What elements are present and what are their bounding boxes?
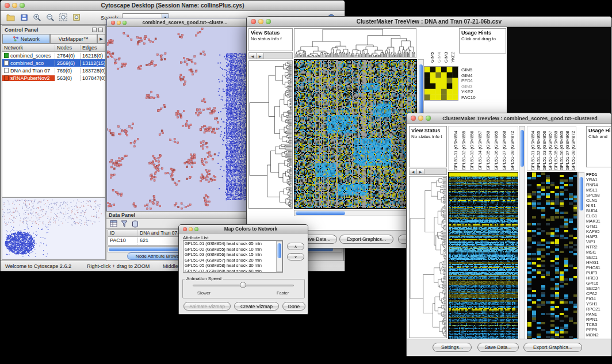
scroll-left-icon[interactable]: ◀: [249, 53, 257, 59]
control-panel-tabs: Network VizMapper™ ▶: [2, 34, 105, 44]
status-welcome: Welcome to Cytoscape 2.6.2: [5, 263, 71, 269]
network-view-titlebar[interactable]: combined_scores_good.txt--cluste...: [107, 18, 248, 27]
attribute-item[interactable]: GPL51-04 (GSM857) heat shock 20 min: [183, 258, 276, 263]
move-up-button[interactable]: ∧: [287, 243, 304, 250]
tab-network[interactable]: Network: [2, 34, 50, 43]
close-button[interactable]: [111, 21, 115, 25]
col-header-network[interactable]: Network: [2, 45, 55, 51]
main-titlebar[interactable]: Cytoscape Desktop (Session Name: collins…: [1, 1, 345, 11]
save-session-button[interactable]: [18, 12, 29, 23]
zoom-selected-button[interactable]: [71, 12, 82, 23]
scroll-right-icon[interactable]: ▶: [257, 53, 264, 59]
scrollbar-track[interactable]: [264, 53, 292, 59]
settings-button[interactable]: Settings...: [433, 343, 472, 352]
row-dendrogram-canvas[interactable]: [249, 61, 292, 208]
scrollbar-track[interactable]: [424, 169, 446, 174]
network-row[interactable]: sRNAPuberNov2563(0)107847(0): [2, 74, 105, 82]
zoom-fit-button[interactable]: [58, 12, 69, 23]
heatmap-hscrollbar[interactable]: [294, 210, 417, 216]
network-row[interactable]: combined_scores2764(0)16218(0): [2, 52, 105, 59]
gene-label: GIM5: [461, 67, 494, 73]
scrollbar-thumb[interactable]: [419, 64, 423, 119]
column-dendrogram-canvas[interactable]: [294, 29, 416, 58]
treeview-combined-titlebar[interactable]: ClusterMaker TreeView : combined_scores_…: [407, 113, 611, 124]
correlation-matrix-canvas[interactable]: [424, 67, 458, 100]
gene-label: PFD1: [586, 172, 611, 177]
column-label: GPL51-07 (GSM868: [565, 131, 570, 170]
close-panel-icon[interactable]: [98, 28, 103, 32]
scroll-right-icon[interactable]: ▶: [417, 169, 424, 174]
gene-label: RPO21: [586, 306, 611, 312]
col-header-nodes[interactable]: Nodes: [55, 45, 81, 51]
attribute-item[interactable]: GPL51-03 (GSM856) heat shock 15 min: [183, 252, 276, 258]
minimize-button[interactable]: [258, 19, 263, 24]
scroll-left-icon[interactable]: ◀: [410, 169, 417, 174]
close-button[interactable]: [5, 3, 10, 8]
network-name: combined_sco: [10, 60, 44, 66]
import-attributes-button[interactable]: [131, 220, 140, 228]
attribute-item[interactable]: GPL51-07 (GSM868) heat shock 60 min: [183, 269, 276, 273]
float-panel-icon[interactable]: [92, 28, 97, 32]
attribute-item[interactable]: GPL51-05 (GSM858) heat shock 30 min: [183, 263, 276, 269]
select-attributes-button[interactable]: [109, 220, 118, 228]
birdseye-canvas[interactable]: [2, 198, 105, 259]
close-button[interactable]: [411, 116, 416, 121]
column-label: GIM4: [437, 52, 442, 63]
gene-label: MAK31: [586, 219, 611, 224]
treeview-dna-titlebar[interactable]: ClusterMaker TreeView : DNA and Tran 07-…: [247, 17, 611, 27]
col-header-id[interactable]: ID: [108, 230, 138, 236]
save-data-button[interactable]: Save Data...: [477, 343, 519, 352]
zoom-button[interactable]: [194, 227, 198, 231]
attribute-item[interactable]: GPL51-01 (GSM854) heat shock 05 min: [183, 241, 276, 247]
export-graphics-button[interactable]: Export Graphics...: [339, 235, 393, 244]
heatmap-canvas[interactable]: [449, 173, 518, 340]
row-dendrogram-canvas[interactable]: [410, 177, 446, 338]
zoom-button[interactable]: [426, 116, 431, 121]
main-window-title: Cytoscape Desktop (Session Name: collins…: [37, 1, 308, 10]
export-graphics-button[interactable]: Export Graphics...: [523, 343, 582, 352]
minimize-button[interactable]: [418, 116, 423, 121]
scrollbar-thumb[interactable]: [579, 177, 583, 210]
slider-thumb[interactable]: [240, 282, 246, 288]
zoom-in-button[interactable]: [32, 12, 43, 23]
create-vizmap-button[interactable]: Create Vizmap: [234, 302, 279, 311]
zoom-fit-icon: [59, 13, 68, 22]
zoom-button[interactable]: [266, 19, 271, 24]
move-down-button[interactable]: ∨: [287, 253, 304, 260]
filter-button[interactable]: [120, 220, 129, 228]
tab-overflow-arrow-icon[interactable]: ▶: [97, 34, 105, 43]
birdseye-view[interactable]: [2, 197, 105, 259]
tab-vizmapper[interactable]: VizMapper™: [50, 34, 98, 43]
attribute-list-scrollbar[interactable]: [276, 241, 282, 272]
column-label: GPL51-01 (GSM854: [530, 131, 536, 170]
done-button[interactable]: Done: [282, 302, 305, 311]
heatmap-vscrollbar[interactable]: [519, 126, 525, 341]
network-row[interactable]: DNA and Tran 07769(0)183728(0): [2, 67, 105, 74]
close-button[interactable]: [251, 19, 256, 24]
heatmap-canvas[interactable]: [294, 60, 416, 208]
scrollbar-thumb[interactable]: [296, 211, 345, 215]
network-type-icon: [4, 60, 9, 66]
col-header-edges[interactable]: Edges: [81, 45, 105, 51]
network-row[interactable]: combined_sco2569(6)13112(15): [2, 59, 105, 67]
close-button[interactable]: [183, 227, 187, 231]
column-label: GPL51-02 (GSM855: [461, 131, 466, 170]
network-canvas[interactable]: [107, 27, 248, 214]
attribute-item[interactable]: GPL51-02 (GSM855) heat shock 10 min: [183, 247, 276, 252]
dialog-titlebar[interactable]: Map Colors to Network: [179, 225, 308, 233]
secondary-heatmap-canvas[interactable]: [527, 173, 577, 340]
scrollbar-thumb[interactable]: [277, 243, 281, 258]
column-label: GPL51-05 (GSM858: [553, 131, 559, 170]
zoom-button[interactable]: [20, 3, 25, 8]
minimize-button[interactable]: [12, 3, 17, 8]
secondary-vscrollbar[interactable]: [578, 172, 584, 341]
animate-vizmap-button[interactable]: Animate Vizmap: [183, 302, 231, 311]
zoom-out-button[interactable]: [45, 12, 56, 23]
minimize-button[interactable]: [117, 21, 121, 25]
scrollbar-thumb[interactable]: [520, 130, 524, 167]
open-session-button[interactable]: [5, 12, 16, 23]
window-controls: [251, 19, 271, 24]
minimize-button[interactable]: [189, 227, 193, 231]
gene-label: SEC1: [586, 255, 611, 260]
zoom-button[interactable]: [123, 21, 127, 25]
